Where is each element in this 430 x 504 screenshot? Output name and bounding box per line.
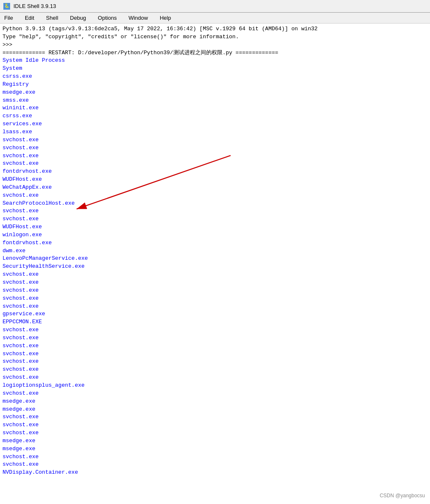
restart-line: ============= RESTART: D:/developer/Pyth… [3,49,427,57]
process-line: lsass.exe [3,128,427,136]
process-list: System Idle ProcessSystemcsrss.exeRegist… [3,57,427,477]
process-line: WUDFHost.exe [3,176,427,184]
process-line: System Idle Process [3,57,427,65]
window-title: IDLE Shell 3.9.13 [13,3,56,9]
process-line: svchost.exe [3,461,427,469]
process-line: Registry [3,81,427,89]
process-line: WeChatAppEx.exe [3,184,427,192]
process-line: svchost.exe [3,326,427,334]
process-line: fontdrvhost.exe [3,168,427,176]
process-line: svchost.exe [3,350,427,358]
menu-item-options[interactable]: Options [96,14,119,22]
process-line: svchost.exe [3,215,427,223]
menu-item-edit[interactable]: Edit [22,14,37,22]
process-line: services.exe [3,120,427,128]
menu-item-window[interactable]: Window [126,14,150,22]
process-line: wininit.exe [3,104,427,112]
process-line: svchost.exe [3,453,427,461]
process-line: svchost.exe [3,390,427,398]
process-line: System [3,65,427,73]
menu-item-file[interactable]: File [2,14,16,22]
title-bar: 🐍 IDLE Shell 3.9.13 [0,0,430,13]
menu-bar: FileEditShellDebugOptionsWindowHelp [0,13,430,24]
process-line: dwm.exe [3,247,427,255]
menu-item-debug[interactable]: Debug [67,14,88,22]
process-line: svchost.exe [3,144,427,152]
process-line: svchost.exe [3,160,427,168]
prompt-line: >>> [3,41,427,49]
process-line: svchost.exe [3,136,427,144]
process-line: svchost.exe [3,358,427,366]
app-icon: 🐍 [3,3,10,10]
process-line: svchost.exe [3,429,427,437]
process-line: msedge.exe [3,398,427,406]
process-line: LenovoPcManagerService.exe [3,255,427,263]
process-line: svchost.exe [3,279,427,287]
process-line: svchost.exe [3,342,427,350]
process-line: csrss.exe [3,73,427,81]
process-line: svchost.exe [3,421,427,429]
process-line: svchost.exe [3,295,427,303]
process-line: msedge.exe [3,437,427,445]
process-line: winlogon.exe [3,231,427,239]
process-line: SecurityHealthService.exe [3,263,427,271]
process-line: WUDFHost.exe [3,223,427,231]
process-line: csrss.exe [3,112,427,120]
shell-content: Python 3.9.13 (tags/v3.9.13:6de2ca5, May… [0,24,430,503]
process-line: EPPCCMON.EXE [3,318,427,326]
process-line: svchost.exe [3,334,427,342]
process-line: svchost.exe [3,413,427,421]
process-line: svchost.exe [3,192,427,200]
process-line: fontdrvhost.exe [3,239,427,247]
process-line: msedge.exe [3,406,427,414]
process-line: logioptionsplus_agent.exe [3,382,427,390]
process-line: svchost.exe [3,287,427,295]
process-line: svchost.exe [3,271,427,279]
process-line: SearchProtocolHost.exe [3,200,427,208]
process-line: msedge.exe [3,445,427,453]
process-line: NVDisplay.Container.exe [3,469,427,477]
process-line: svchost.exe [3,207,427,215]
menu-item-shell[interactable]: Shell [43,14,61,22]
process-line: msedge.exe [3,89,427,97]
watermark: CSDN @yangbocsu [380,492,425,499]
header-line1: Python 3.9.13 (tags/v3.9.13:6de2ca5, May… [3,25,427,33]
process-line: svchost.exe [3,366,427,374]
menu-item-help[interactable]: Help [157,14,174,22]
process-line: gpservice.exe [3,310,427,318]
process-line: svchost.exe [3,303,427,311]
process-line: smss.exe [3,97,427,105]
process-line: svchost.exe [3,374,427,382]
process-line: svchost.exe [3,152,427,160]
header-line2: Type "help", "copyright", "credits" or "… [3,33,427,41]
